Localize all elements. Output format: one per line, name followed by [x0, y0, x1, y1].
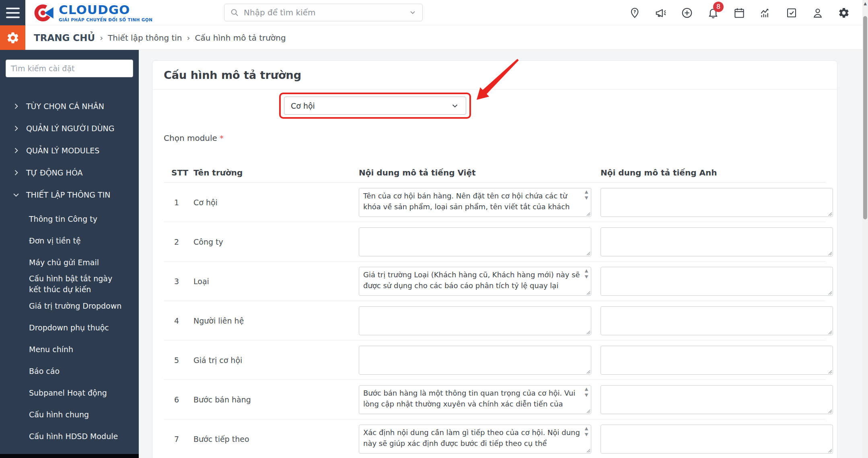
sidebar-search-placeholder: Tìm kiếm cài đặt [11, 64, 75, 73]
global-search-input[interactable]: Nhập để tìm kiếm [224, 4, 423, 21]
table-row: 6 Bước bán hàng Bước bán hàng là một thô… [164, 380, 826, 419]
en-description-textarea[interactable] [601, 346, 833, 375]
row-number: 3 [164, 277, 193, 286]
resize-grip-icon[interactable] [586, 211, 590, 216]
sidebar-section-information-setup[interactable]: THIẾT LẬP THÔNG TIN [0, 184, 139, 206]
sidebar-item-reports[interactable]: Báo cáo [0, 360, 139, 382]
table-header-row: STT Tên trường Nội dung mô tả tiếng Việt… [164, 163, 826, 183]
top-header: CLOUDGO GIẢI PHÁP CHUYỂN ĐỔI SỐ TINH GỌN… [0, 0, 868, 25]
vi-description-textarea[interactable] [359, 306, 591, 335]
field-name: Bước tiếp theo [193, 435, 359, 444]
settings-icon[interactable] [837, 6, 850, 19]
required-asterisk: * [220, 133, 224, 143]
breadcrumb-bar: TRANG CHỦ › Thiết lập thông tin › Cấu hì… [0, 25, 868, 50]
module-select-row: Chọn module* Cơ hội [152, 90, 837, 163]
en-description-textarea[interactable] [601, 385, 833, 414]
sidebar-item-dependent-dropdown[interactable]: Dropdown phụ thuộc [0, 317, 139, 338]
en-description-textarea[interactable] [601, 306, 833, 335]
chevron-down-icon [450, 101, 459, 110]
gear-icon [6, 31, 20, 45]
sidebar-item-expected-end-date[interactable]: Cấu hình bật tắt ngày kết thúc dự kiến [0, 273, 139, 295]
field-name: Loại [193, 277, 359, 286]
en-description-textarea[interactable] [601, 425, 833, 454]
chevron-down-icon [12, 191, 20, 199]
field-name: Công ty [193, 237, 359, 246]
row-number: 7 [164, 435, 193, 444]
vi-description-textarea[interactable] [359, 346, 591, 375]
resize-grip-icon[interactable] [827, 448, 832, 453]
resize-grip-icon[interactable] [586, 290, 590, 295]
resize-grip-icon[interactable] [586, 369, 590, 374]
row-number: 2 [164, 237, 193, 246]
sidebar-item-email-server[interactable]: Máy chủ gửi Email [0, 252, 139, 273]
module-select[interactable]: Cơ hội [284, 97, 466, 115]
calendar-icon[interactable] [733, 6, 746, 19]
resize-grip-icon[interactable] [586, 251, 590, 256]
table-row: 5 Giá trị cơ hội [164, 340, 826, 380]
en-description-textarea[interactable] [601, 227, 833, 256]
logo-name: CLOUDGO [59, 4, 152, 16]
textarea-scrollbar[interactable]: ▲▼ [583, 387, 590, 397]
sidebar-section-automation[interactable]: TỰ ĐỘNG HÓA [0, 161, 139, 184]
sidebar-item-main-menu[interactable]: Menu chính [0, 338, 139, 360]
module-select-label: Chọn module* [164, 133, 224, 143]
bell-icon[interactable]: 8 [707, 6, 720, 19]
hamburger-menu-button[interactable] [0, 0, 25, 25]
resize-grip-icon[interactable] [586, 448, 590, 453]
sidebar-section-label: QUẢN LÝ NGƯỜI DÙNG [26, 124, 115, 133]
chevron-right-icon [12, 169, 20, 177]
sidebar-section-label: TỰ ĐỘNG HÓA [26, 168, 83, 177]
page-scrollbar[interactable]: ▲ [862, 0, 868, 458]
sidebar-item-activity-subpanel[interactable]: Subpanel Hoạt động [0, 382, 139, 404]
cloudgo-logo[interactable]: CLOUDGO GIẢI PHÁP CHUYỂN ĐỔI SỐ TINH GỌN [34, 2, 152, 23]
en-description-textarea[interactable] [601, 267, 833, 296]
resize-grip-icon[interactable] [827, 330, 832, 334]
field-name: Giá trị cơ hội [193, 356, 359, 365]
vi-description-textarea[interactable]: Xác định nội dung cần làm gì tiếp theo c… [359, 425, 591, 454]
cloudgo-logo-icon [34, 2, 55, 23]
resize-grip-icon[interactable] [827, 251, 832, 256]
sidebar-item-module-manual-config[interactable]: Cấu hình HDSD Module [0, 425, 139, 447]
row-number: 5 [164, 356, 193, 365]
megaphone-icon[interactable] [654, 6, 667, 19]
plus-circle-icon[interactable] [681, 6, 693, 19]
sidebar-section-module-management[interactable]: QUẢN LÝ MODULES [0, 139, 139, 161]
textarea-scrollbar[interactable]: ▲▼ [583, 190, 590, 200]
sidebar-item-dropdown-values[interactable]: Giá trị trường Dropdown [0, 295, 139, 317]
page-title: Cấu hình mô tả trường [164, 69, 301, 81]
row-number: 1 [164, 198, 193, 207]
resize-grip-icon[interactable] [827, 211, 832, 216]
scrollbar-thumb[interactable] [863, 16, 867, 219]
sidebar-section-personal-options[interactable]: TÙY CHỌN CÁ NHÂN [0, 95, 139, 117]
vi-description-textarea[interactable]: Giá trị trường Loại (Khách hàng cũ, Khác… [359, 267, 591, 296]
sidebar-search-input[interactable]: Tìm kiếm cài đặt [6, 60, 133, 77]
resize-grip-icon[interactable] [827, 408, 832, 413]
table-row: 7 Bước tiếp theo Xác định nội dung cần l… [164, 419, 826, 458]
sidebar-item-currency[interactable]: Đơn vị tiền tệ [0, 230, 139, 252]
en-description-textarea[interactable] [601, 188, 833, 217]
resize-grip-icon[interactable] [586, 330, 590, 334]
user-icon[interactable] [811, 6, 824, 19]
resize-grip-icon[interactable] [827, 290, 832, 295]
sidebar-bottom-strip [0, 454, 139, 458]
sidebar-section-user-management[interactable]: QUẢN LÝ NGƯỜI DÙNG [0, 117, 139, 139]
sidebar-submenu: Thông tin Công ty Đơn vị tiền tệ Máy chủ… [0, 208, 139, 447]
breadcrumb-item-settings[interactable]: Thiết lập thông tin [108, 33, 182, 43]
vi-description-textarea[interactable]: Bước bán hàng là một thông tin quan trọn… [359, 385, 591, 414]
textarea-scrollbar[interactable]: ▲▼ [583, 268, 590, 279]
textarea-scrollbar[interactable]: ▲▼ [583, 426, 590, 437]
sidebar-item-general-config[interactable]: Cấu hình chung [0, 404, 139, 425]
scrollbar-up-arrow-icon[interactable]: ▲ [862, 1, 868, 6]
table-row: 3 Loại Giá trị trường Loại (Khách hàng c… [164, 262, 826, 301]
breadcrumb-home[interactable]: TRANG CHỦ [34, 33, 95, 43]
vi-description-textarea[interactable] [359, 227, 591, 256]
resize-grip-icon[interactable] [586, 408, 590, 413]
analytics-icon[interactable] [759, 6, 772, 19]
resize-grip-icon[interactable] [827, 369, 832, 374]
task-check-icon[interactable] [785, 6, 798, 19]
map-pin-help-icon[interactable]: ? [628, 6, 641, 19]
vi-description-textarea[interactable]: Tên của cơ hội bán hàng. Nên đặt tên cơ … [359, 188, 591, 217]
admin-settings-tile[interactable] [0, 25, 25, 50]
module-select-value: Cơ hội [291, 101, 450, 110]
sidebar-item-company-info[interactable]: Thông tin Công ty [0, 208, 139, 230]
